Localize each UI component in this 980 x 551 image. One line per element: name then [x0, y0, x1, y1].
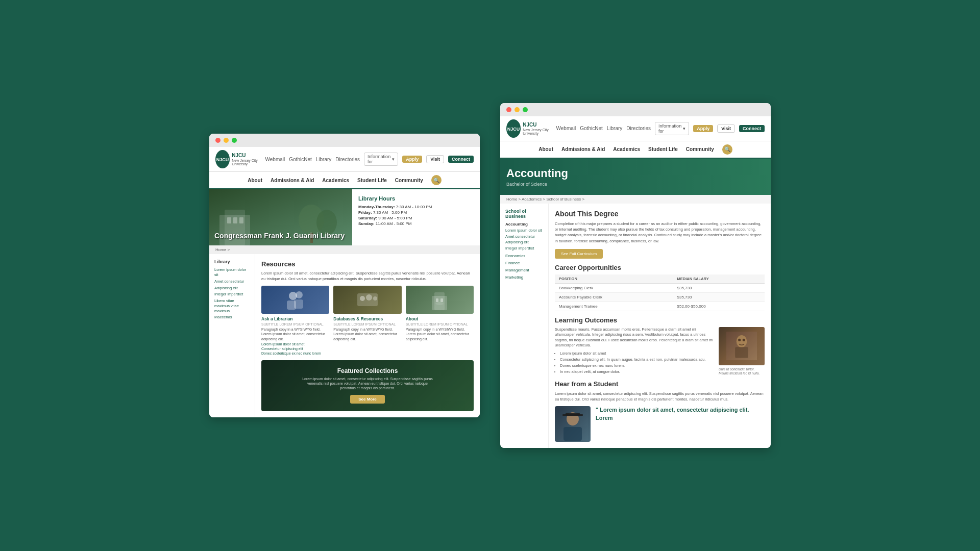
minimize-dot[interactable] [224, 138, 229, 143]
acct-subtitle: Bachelor of Science [506, 182, 765, 187]
library-link-1[interactable]: Library [316, 157, 332, 162]
resources-title: Resources [261, 260, 474, 268]
svg-rect-35 [562, 414, 583, 416]
acct-sidebar-link-2[interactable]: Adipiscing elit [505, 240, 543, 245]
sidebar-link-1[interactable]: Amet consectetur [214, 279, 250, 284]
acct-cat-economics[interactable]: Economics [505, 254, 543, 258]
resources-intro: Lorem ipsum dolor sit amet, consectetur … [261, 271, 474, 282]
card-list-link-0[interactable]: Lorem ipsum dolor sit amet [261, 342, 329, 346]
table-row: Management Trainee $52,00-$56,000 [555, 302, 765, 311]
col-position: POSITION [555, 274, 673, 284]
apply-button-2[interactable]: Apply [693, 125, 713, 132]
webmail-link-1[interactable]: Webmail [265, 157, 285, 162]
card-list-link-1[interactable]: Consectetur adipiscing elit [261, 347, 329, 350]
card-link-databases[interactable]: Databases & Resources [333, 316, 401, 321]
sidebar-link-4[interactable]: Libero vitae maximus vitae maximus [214, 298, 250, 313]
acct-sidebar-link-3[interactable]: Integer imperdiet [505, 246, 543, 251]
hero-title: Congressman Frank J. Guarini Library [214, 231, 345, 240]
acct-header: Accounting Bachelor of Science [500, 159, 771, 195]
acct-cat-finance[interactable]: Finance [505, 261, 543, 265]
acct-main: About This Degree Completion of this maj… [549, 204, 771, 448]
nav-community-2[interactable]: Community [686, 145, 714, 153]
acct-cat-management[interactable]: Management [505, 268, 543, 272]
connect-button-2[interactable]: Connect [739, 125, 765, 132]
svg-point-12 [296, 291, 303, 298]
outcomes-image-area: Duis ut sollicitudin tortor. Mauris tinc… [719, 327, 765, 376]
outcomes-item-0: Lorem ipsum dolor sit amet [560, 350, 714, 357]
main-content-1: Resources Lorem ipsum dolor sit amet, co… [255, 254, 480, 417]
close-dot-2[interactable] [506, 107, 511, 112]
card-link-librarian[interactable]: Ask a Librarian [261, 316, 329, 321]
library-link-2[interactable]: Library [607, 126, 623, 131]
library-hours-panel: Library Hours Monday-Thursday: 7:30 AM -… [352, 189, 480, 245]
gothicnet-link-2[interactable]: GothicNet [580, 126, 602, 131]
about-title: About This Degree [555, 210, 765, 218]
svg-rect-7 [239, 217, 243, 223]
see-more-button[interactable]: See More [350, 395, 385, 404]
top-nav-links-2: Webmail GothicNet Library Directories In… [556, 122, 765, 135]
svg-text:NJCU: NJCU [507, 127, 520, 132]
svg-text:NJCU: NJCU [216, 157, 229, 162]
acct-sidebar-link-0[interactable]: Lorem ipsum dolor sit [505, 228, 543, 233]
library-hero: Congressman Frank J. Guarini Library Lib… [209, 189, 480, 245]
student-title: Hear from a Student [555, 380, 765, 388]
directories-link-1[interactable]: Directories [335, 157, 360, 162]
svg-rect-21 [436, 298, 438, 302]
svg-point-30 [743, 339, 745, 341]
curriculum-button[interactable]: See Full Curriculum [555, 249, 603, 259]
maximize-dot[interactable] [232, 138, 237, 143]
student-quote-area: " Lorem ipsum dolor sit amet, consectetu… [555, 406, 765, 442]
sidebar-link-2[interactable]: Adipiscing elit [214, 286, 250, 291]
sidebar-link-0[interactable]: Lorem ipsum dolor sit [214, 267, 250, 278]
card-about: About SUBTITLE LOREM IPSUM OPTIONAL Para… [406, 286, 474, 355]
nav-about-2[interactable]: About [538, 145, 553, 153]
visit-button-2[interactable]: Visit [717, 124, 735, 133]
connect-button-1[interactable]: Connect [448, 156, 474, 163]
outcomes-item-3: In nec aliquet velit, at congue dolor. [560, 369, 714, 375]
acct-school-title[interactable]: School of Business [505, 209, 543, 219]
nav-academics-2[interactable]: Academics [613, 145, 640, 153]
quote-text: " Lorem ipsum dolor sit amet, consectetu… [596, 406, 765, 422]
accounting-window: NJCU NJCU New Jersey City University Web… [500, 103, 771, 448]
salary-2: $52,00-$56,000 [673, 302, 765, 311]
sidebar-link-3[interactable]: Integer imperdiet [214, 292, 250, 297]
apply-button-1[interactable]: Apply [402, 156, 422, 163]
acct-cat-marketing[interactable]: Marketing [505, 275, 543, 280]
card-subtitle-databases: SUBTITLE LOREM IPSUM OPTIONAL [333, 322, 401, 326]
close-dot[interactable] [215, 138, 220, 143]
acct-sidebar-link-1[interactable]: Amet consectetur [505, 234, 543, 239]
logo-text-1: NJCU [232, 153, 265, 159]
info-btn-1[interactable]: Information for ▾ [364, 153, 398, 166]
svg-point-16 [360, 296, 365, 301]
visit-button-1[interactable]: Visit [426, 155, 444, 163]
logo-text-2: NJCU [523, 122, 556, 128]
sidebar-link-5[interactable]: Maecenas [214, 315, 250, 320]
minimize-dot-2[interactable] [514, 107, 520, 112]
hero-text-overlay: Congressman Frank J. Guarini Library [214, 231, 345, 240]
info-btn-2[interactable]: Information for ▾ [655, 122, 689, 135]
nav-studentlife-1[interactable]: Student Life [357, 177, 387, 184]
search-button-1[interactable]: 🔍 [431, 175, 442, 185]
breadcrumb-1: Home > [209, 245, 480, 254]
webmail-link-2[interactable]: Webmail [556, 126, 576, 131]
directories-link-2[interactable]: Directories [626, 126, 651, 131]
library-window: NJCU NJCU New Jersey City University Web… [209, 134, 480, 417]
search-button-2[interactable]: 🔍 [722, 144, 732, 155]
outcomes-section: Learning Outcomes Suspendisse mauris. Fu… [555, 316, 765, 376]
featured-content: Featured Collections Lorem ipsum dolor s… [301, 367, 434, 404]
outcomes-item-2: Donec scelerisque ex nec nunc lorem. [560, 363, 714, 369]
nav-admissions-2[interactable]: Admissions & Aid [561, 145, 605, 153]
outcomes-title: Learning Outcomes [555, 316, 765, 324]
nav-admissions-1[interactable]: Admissions & Aid [271, 177, 314, 184]
card-link-about[interactable]: About [406, 316, 474, 321]
gothicnet-link-1[interactable]: GothicNet [289, 157, 311, 162]
card-list-link-2[interactable]: Donec scelerisque ex nec nunc lorem [261, 352, 329, 355]
nav-community-1[interactable]: Community [395, 177, 423, 184]
svg-rect-14 [294, 299, 303, 309]
nav-about-1[interactable]: About [248, 177, 262, 184]
nav-academics-1[interactable]: Academics [322, 177, 349, 184]
maximize-dot-2[interactable] [523, 107, 528, 112]
nav-studentlife-2[interactable]: Student Life [648, 145, 678, 153]
logo-subtext-1: New Jersey City University [232, 159, 265, 166]
logo-icon-1: NJCU [215, 150, 230, 168]
